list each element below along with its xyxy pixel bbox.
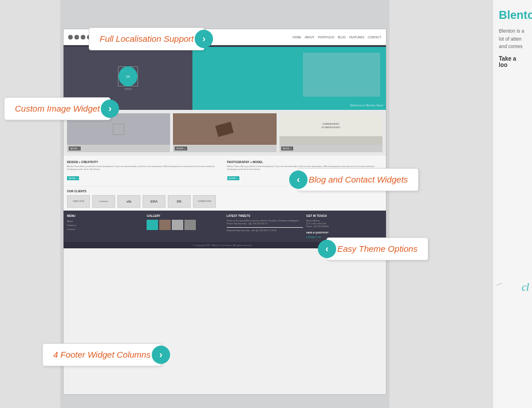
tooltip-footer-columns-arrow: › [152,346,170,364]
hero-welcome: Welcome to Blenton Store [350,104,383,107]
portfolio-item-2: MORE + [173,113,276,152]
footer-col-tweets: LATEST TWEETS Check out this great #Blen… [227,214,303,239]
tooltip-localisation: Full Localisation Support › [89,27,204,50]
footer-col-gallery: GALLERY [147,214,223,239]
tooltip-theme-options-arrow: ‹ [318,240,336,258]
content-col-1: DESIGN + CREATIVITY Blenton Team offers … [67,160,223,181]
tooltip-theme-options: ‹ Easy Theme Options [326,237,428,260]
clients-logos: VIEW SITE snoozea slb ERA DK CONNECTION [67,195,383,208]
sidebar-decoration: ⌒ [494,278,506,294]
main-area: BLENTON HOME ABOUT PORTFOLIO BLOG FEATUR… [0,0,492,408]
portfolio-more-3: MORE + [281,146,293,150]
sidebar: Blento Blenton is a lot of atten and com… [492,0,532,408]
tooltip-theme-options-text: Easy Theme Options [337,244,417,253]
sidebar-description: Blenton is a lot of atten and comes [499,27,526,51]
sidebar-content: Blento Blenton is a lot of atten and com… [493,0,532,408]
tooltip-blog-contact-text: Blog and Contact Widgets [309,175,408,184]
footer-col-contact: GET IN TOUCH Blenton Adress,117 London s… [306,214,383,239]
gallery-thumb-4 [184,220,196,230]
client-3: slb [117,195,140,208]
social-icon-1 [68,35,73,39]
sidebar-title: Blento [499,9,526,22]
client-1: VIEW SITE [67,195,90,208]
tooltip-blog-contact: ‹ Blog and Contact Widgets [298,168,419,191]
mockup-nav: HOME ABOUT PORTFOLIO BLOG FEATURES CONTA… [293,35,381,39]
website-mockup: BLENTON HOME ABOUT PORTFOLIO BLOG FEATUR… [63,29,387,395]
portfolio-item-3: HUMMINGBIRDSCRAPBOOKING MORE + [279,113,383,152]
gallery-thumb-3 [172,220,183,230]
sidebar-take-a-look: Take a loo [499,56,526,68]
hero-map [303,53,380,97]
social-icon-2 [74,35,79,39]
client-4: ERA [143,195,165,208]
tooltip-custom-image-arrow: › [101,100,119,118]
tooltip-custom-image-text: Custom Image Widget [15,104,100,113]
client-6: CONNECTION [193,195,216,208]
client-5: DK [168,195,191,208]
footer-col-menu: MENU About Features Contact [67,214,143,239]
mockup-social-icons [68,35,92,39]
hero-right: Welcome to Blenton Store [192,47,386,110]
tooltip-footer-columns-text: 4 Footer Widget Columns [53,350,151,359]
tooltip-custom-image: Custom Image Widget › [4,97,111,120]
hero-circle: SP [119,66,137,86]
social-icon-3 [81,35,85,39]
tooltip-localisation-text: Full Localisation Support [100,34,194,43]
tooltip-footer-columns: 4 Footer Widget Columns › [42,343,161,366]
gallery-thumb-2 [159,220,171,230]
footer-gallery [147,220,223,230]
tooltip-blog-contact-arrow: ‹ [289,171,308,189]
hero-space-label: SP SPACE [118,66,138,90]
client-2: snoozea [92,195,115,208]
portfolio-more-1: MORE + [69,146,81,150]
portfolio-more-2: MORE + [175,146,187,150]
sidebar-cursive-text: cl [522,282,529,294]
tooltip-localisation-arrow: › [195,30,213,48]
gallery-thumb-1 [147,220,158,230]
